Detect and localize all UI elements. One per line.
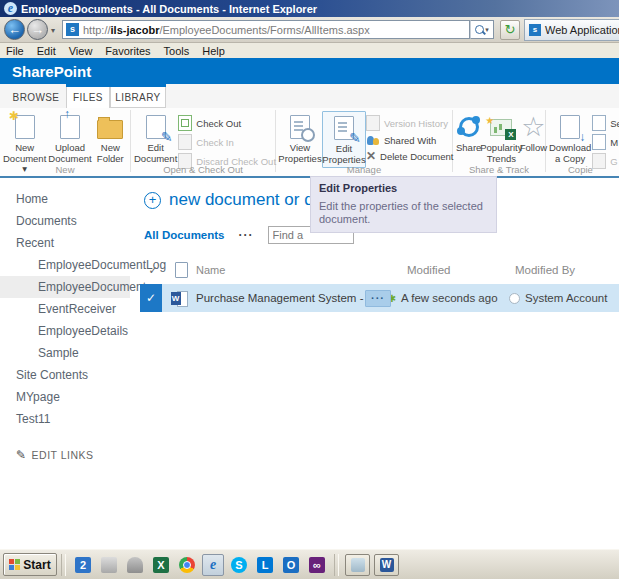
sidebar-item-test11[interactable]: Test11 [0, 408, 130, 430]
tooltip-body: Edit the properties of the selected docu… [319, 200, 488, 226]
tab-favicon-icon: s [529, 24, 541, 36]
sidebar-item-employeedocuments[interactable]: EmployeeDocuments [0, 276, 130, 298]
group-label-manage: Manage [276, 164, 452, 175]
view-more-ellipsis[interactable]: ··· [239, 228, 254, 242]
menu-favorites[interactable]: Favorites [105, 45, 150, 57]
files-ribbon: ✱ New Document▾ ↑ Upload Document New Fo… [0, 108, 619, 178]
edit-document-button[interactable]: ✎ Edit Document [133, 111, 178, 166]
browser-tab[interactable]: s Web Applications Manag [524, 19, 619, 41]
refresh-icon: ↻ [505, 22, 516, 37]
sidebar-item-sample[interactable]: Sample [0, 342, 130, 364]
share-button[interactable]: Share [455, 111, 482, 156]
upload-document-button[interactable]: ↑ Upload Document [47, 111, 92, 166]
internet-explorer-icon[interactable]: e [202, 554, 224, 576]
header-modified[interactable]: Modified [407, 264, 515, 276]
manage-column: Version History Shared With ✕ Delete Doc… [366, 111, 453, 163]
header-name[interactable]: Name [196, 264, 371, 276]
forward-button[interactable]: → [27, 19, 48, 40]
manage-copies-button[interactable]: M [592, 134, 619, 150]
document-name-link[interactable]: Purchase Management System - RS [196, 292, 383, 304]
pencil-icon: ✎ [16, 448, 27, 462]
row-ellipsis-menu[interactable]: ··· [365, 290, 391, 307]
sidebar-item-employeedetails[interactable]: EmployeeDetails [0, 320, 130, 342]
popularity-trends-button[interactable]: ★X Popularity Trends [482, 111, 520, 166]
sharepoint-site-icon: s [66, 23, 79, 36]
address-search-button[interactable]: ▾ [470, 20, 494, 39]
sharepoint-suite-bar: SharePoint [0, 58, 619, 84]
view-properties-button[interactable]: View Properties [278, 111, 322, 166]
check-in-button[interactable]: Check In [178, 134, 276, 150]
row-checkbox-checked[interactable]: ✓ [140, 284, 162, 312]
url-field[interactable]: s http://ils-jacobr/EmployeeDocuments/Fo… [62, 20, 470, 39]
search-dropdown-icon: ▾ [485, 26, 489, 34]
sidebar-item-site-contents[interactable]: Site Contents [0, 364, 130, 386]
sidebar-item-home[interactable]: Home [0, 188, 130, 210]
presence-indicator-icon [509, 293, 520, 304]
visual-studio-icon[interactable]: ∞ [306, 554, 328, 576]
ribbon-tab-strip: BROWSE FILES LIBRARY [0, 84, 619, 108]
start-button[interactable]: Start [3, 553, 57, 576]
word-document-icon: W [171, 290, 188, 307]
edit-properties-tooltip: Edit Properties Edit the properties of t… [310, 176, 497, 233]
window-title: EmployeeDocuments - All Documents - Inte… [21, 3, 317, 15]
new-folder-button[interactable]: New Folder [93, 111, 128, 166]
browser-address-bar: ← → ▾ s http://ils-jacobr/EmployeeDocume… [0, 17, 619, 43]
ribbon-group-new: ✱ New Document▾ ↑ Upload Document New Fo… [0, 108, 130, 176]
refresh-button[interactable]: ↻ [500, 20, 520, 40]
back-button[interactable]: ← [4, 19, 25, 40]
excel-icon[interactable]: X [150, 554, 172, 576]
menu-help[interactable]: Help [202, 45, 225, 57]
menu-tools[interactable]: Tools [164, 45, 190, 57]
skype-icon[interactable]: S [228, 554, 250, 576]
document-row-selected[interactable]: ✓ W Purchase Management System - RS ✱ ··… [140, 284, 619, 312]
menu-edit[interactable]: Edit [37, 45, 56, 57]
header-modified-by[interactable]: Modified By [515, 264, 619, 276]
menu-file[interactable]: File [6, 45, 24, 57]
sidebar-item-mypage[interactable]: MYpage [0, 386, 130, 408]
check-out-button[interactable]: Check Out [178, 115, 276, 131]
minimized-window-button[interactable] [345, 554, 370, 576]
outlook-icon[interactable]: O [280, 554, 302, 576]
copies-column: Se M G [592, 111, 619, 169]
back-arrow-icon: ← [8, 22, 21, 37]
row-modified-by[interactable]: System Account [525, 292, 607, 304]
sidebar-item-employeedocumentlog[interactable]: EmployeeDocumentLog [0, 254, 130, 276]
list-header-row: ✓ Name Modified Modified By [140, 262, 619, 278]
app-blue-icon[interactable]: 2 [72, 554, 94, 576]
recent-pages-dropdown[interactable]: ▾ [51, 26, 55, 35]
download-a-copy-button[interactable]: ↓ Download a Copy [548, 111, 592, 166]
tab-browse[interactable]: BROWSE [10, 87, 62, 108]
ribbon-group-open-check-out: ✎ Edit Document Check Out Check In Disca… [131, 108, 275, 176]
show-desktop-icon[interactable] [98, 554, 120, 576]
view-properties-icon [290, 115, 310, 139]
sidebar-item-documents[interactable]: Documents [0, 210, 130, 232]
group-label-open-check-out: Open & Check Out [131, 164, 275, 175]
version-history-button[interactable]: Version History [366, 115, 453, 131]
edit-links-button[interactable]: ✎ EDIT LINKS [0, 448, 130, 462]
taskbar: Start 2 X e S L O ∞ W [0, 549, 619, 579]
header-file-type-icon [175, 262, 188, 278]
chrome-icon[interactable] [176, 554, 198, 576]
view-all-documents[interactable]: All Documents [144, 229, 225, 241]
word-window-button[interactable]: W [374, 554, 399, 576]
tab-library[interactable]: LIBRARY [110, 87, 166, 108]
new-folder-icon [97, 120, 123, 139]
menu-view[interactable]: View [69, 45, 93, 57]
internet-explorer-logo-icon: e [4, 2, 17, 15]
edit-properties-button[interactable]: ✎ Edit Properties [322, 111, 366, 168]
new-document-heading: new document or dr [169, 190, 319, 210]
sidebar-item-recent[interactable]: Recent [0, 232, 130, 254]
header-select-all[interactable]: ✓ [140, 264, 166, 277]
delete-document-button[interactable]: ✕ Delete Document [366, 149, 453, 163]
lync-icon[interactable]: L [254, 554, 276, 576]
edit-properties-icon: ✎ [334, 116, 354, 140]
circle-plus-icon: + [144, 192, 161, 209]
tab-title: Web Applications Manag [545, 24, 619, 36]
sidebar-item-eventreceiver[interactable]: EventReceiver [0, 298, 130, 320]
tab-files[interactable]: FILES [66, 87, 110, 108]
row-modified: A few seconds ago [401, 292, 509, 304]
follow-button[interactable]: ☆ Follow [520, 111, 546, 156]
device-icon[interactable] [124, 554, 146, 576]
send-to-button[interactable]: Se [592, 115, 619, 131]
shared-with-button[interactable]: Shared With [366, 134, 453, 146]
